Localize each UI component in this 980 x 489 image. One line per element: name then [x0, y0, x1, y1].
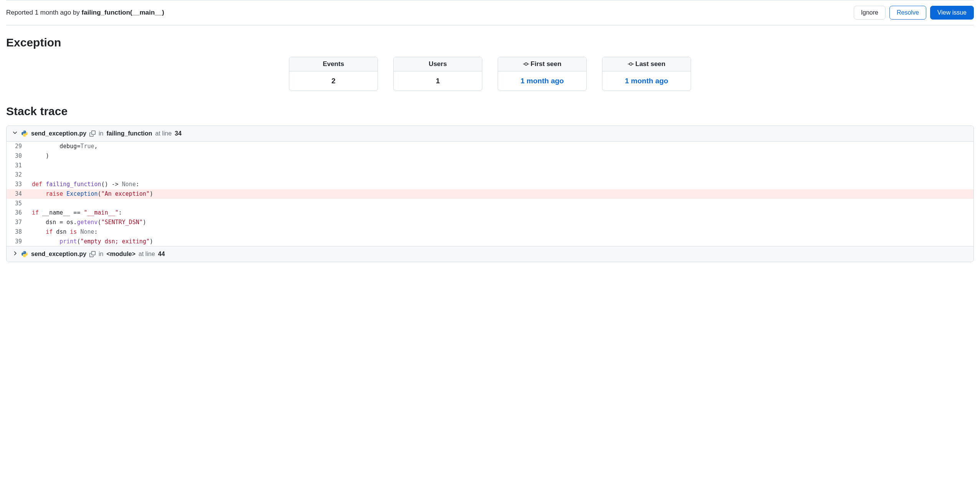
stats-row: Events2Users1First seen1 month agoLast s…	[6, 57, 974, 91]
code-line: 31	[7, 161, 973, 170]
frame-function: failing_function	[107, 130, 152, 137]
line-content: if dsn is None:	[28, 227, 973, 237]
issue-header-bar: Reported 1 month ago by failing_function…	[6, 0, 974, 25]
view-issue-button[interactable]: View issue	[930, 6, 974, 20]
line-number: 32	[7, 170, 28, 180]
python-icon	[21, 130, 28, 137]
line-content: print("empty dsn; exiting")	[28, 237, 973, 246]
line-content	[28, 199, 973, 208]
stat-value[interactable]: 1 month ago	[498, 71, 586, 91]
commit-icon	[628, 61, 634, 67]
frame-at-line-text: at line	[139, 251, 155, 258]
stat-card: Last seen1 month ago	[602, 57, 691, 91]
copy-icon[interactable]	[89, 131, 96, 137]
stat-card: First seen1 month ago	[498, 57, 587, 91]
code-block: 29 debug=True,30 )313233def failing_func…	[7, 142, 973, 246]
exception-title: Exception	[6, 36, 974, 49]
code-line: 35	[7, 199, 973, 208]
line-number: 39	[7, 237, 28, 246]
line-number: 38	[7, 227, 28, 237]
stat-header: Users	[394, 57, 482, 71]
line-number: 29	[7, 142, 28, 151]
frame-line: 34	[175, 130, 181, 137]
line-number: 33	[7, 180, 28, 189]
line-number: 36	[7, 208, 28, 218]
stat-card: Users1	[393, 57, 482, 91]
frame-at-line-text: at line	[155, 130, 172, 137]
code-line: 32	[7, 170, 973, 180]
code-line: 34 raise Exception("An exception")	[7, 189, 973, 199]
line-content: def failing_function() -> None:	[28, 180, 973, 189]
code-line: 37 dsn = os.getenv("SENTRY_DSN")	[7, 218, 973, 227]
frame-file: send_exception.py	[31, 130, 86, 137]
stacktrace-box: send_exception.pyinfailing_functionat li…	[6, 126, 974, 262]
stat-header: Last seen	[602, 57, 691, 71]
line-content: if __name__ == "__main__":	[28, 208, 973, 218]
code-line: 38 if dsn is None:	[7, 227, 973, 237]
commit-icon	[523, 61, 529, 67]
line-number: 35	[7, 199, 28, 208]
frame-in-text: in	[99, 130, 103, 137]
stat-value[interactable]: 1 month ago	[602, 71, 691, 91]
code-line: 33def failing_function() -> None:	[7, 180, 973, 189]
line-number: 37	[7, 218, 28, 227]
line-content	[28, 161, 973, 170]
stat-header: First seen	[498, 57, 586, 71]
stat-value: 1	[394, 71, 482, 91]
frame-header[interactable]: send_exception.pyinfailing_functionat li…	[7, 126, 973, 142]
stacktrace-title: Stack trace	[6, 105, 974, 118]
stat-label: Last seen	[635, 60, 665, 68]
frame-line: 44	[158, 251, 165, 258]
line-content: dsn = os.getenv("SENTRY_DSN")	[28, 218, 973, 227]
reported-text: Reported 1 month ago by failing_function…	[6, 9, 164, 17]
resolve-button[interactable]: Resolve	[889, 6, 926, 20]
line-number: 31	[7, 161, 28, 170]
code-line: 30 )	[7, 151, 973, 161]
ignore-button[interactable]: Ignore	[854, 6, 886, 20]
chevron-right-icon[interactable]	[12, 250, 18, 258]
line-number: 34	[7, 189, 28, 199]
stat-value: 2	[289, 71, 378, 91]
stat-label: Users	[429, 60, 447, 68]
code-line: 29 debug=True,	[7, 142, 973, 151]
stat-label: First seen	[531, 60, 561, 68]
frame-file: send_exception.py	[31, 251, 86, 258]
code-line: 39 print("empty dsn; exiting")	[7, 237, 973, 246]
python-icon	[21, 251, 28, 258]
stat-label: Events	[323, 60, 344, 68]
frame-function: <module>	[107, 251, 136, 258]
frame-in-text: in	[99, 251, 103, 258]
line-content	[28, 170, 973, 180]
reported-by: failing_function(__main__)	[82, 9, 164, 16]
chevron-down-icon[interactable]	[12, 130, 18, 137]
line-content: )	[28, 151, 973, 161]
line-number: 30	[7, 151, 28, 161]
line-content: raise Exception("An exception")	[28, 189, 973, 199]
copy-icon[interactable]	[89, 251, 96, 257]
stat-card: Events2	[289, 57, 378, 91]
action-buttons: Ignore Resolve View issue	[854, 6, 974, 20]
stat-header: Events	[289, 57, 378, 71]
code-line: 36if __name__ == "__main__":	[7, 208, 973, 218]
line-content: debug=True,	[28, 142, 973, 151]
frame-header[interactable]: send_exception.pyin<module>at line44	[7, 246, 973, 262]
reported-prefix: Reported 1 month ago by	[6, 9, 82, 16]
